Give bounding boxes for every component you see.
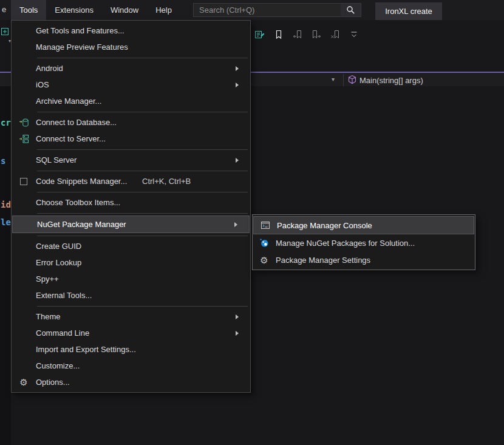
submenu-arrow-icon [236,66,245,71]
code-fragment: le [1,217,11,227]
tools-menu-item-spy[interactable]: Spy++ [12,271,250,287]
member-dropdown[interactable]: Main(string[] args) [343,74,504,86]
menu-bar: e ToolsExtensionsWindowHelp IronXL creat… [0,0,504,20]
tools-menu-item-code-snippets-manager[interactable]: Code Snippets Manager... Ctrl+K, Ctrl+B [12,173,250,189]
nuget-submenu-item-package-manager-console[interactable]: Package Manager Console [253,216,474,234]
new-item-dropdown[interactable]: ▾ [1,27,11,42]
chevron-down-icon: ▾ [332,76,335,83]
code-fragment: cr [1,118,11,127]
tools-menu-item-customize[interactable]: Customize... [12,358,250,374]
search-input[interactable] [194,5,341,15]
previous-bookmark-button[interactable] [291,29,304,41]
menubar-help[interactable]: Help [147,0,180,20]
nuget-submenu-item-package-manager-settings[interactable]: ⚙ Package Manager Settings [253,251,475,268]
code-fragment: id [1,200,11,209]
menu-separator [12,55,250,60]
tools-menu-item-sql-server[interactable]: SQL Server [12,152,250,168]
tools-menu-item-external-tools[interactable]: External Tools... [12,287,250,304]
gear-icon: ⚙ [253,256,276,265]
tools-menu-item-ios[interactable]: iOS [12,76,250,93]
menu-separator [12,211,250,216]
tools-menu-item-get-tools-and-features[interactable]: Get Tools and Features... [12,22,250,39]
nuget-package-manager-submenu: Package Manager Console Manage NuGet Pac… [252,214,475,270]
nuget-submenu-item-manage-nuget-packages-for-solution[interactable]: Manage NuGet Packages for Solution... [253,234,475,251]
toggle-bookmark-button[interactable] [273,29,285,41]
code-snippets-icon [12,177,36,186]
tools-menu-item-theme[interactable]: Theme [12,308,250,325]
menubar-tools[interactable]: Tools [11,0,46,20]
tools-menu-item-create-guid[interactable]: Create GUID [12,238,250,254]
menu-separator [12,168,250,173]
menu-separator [12,189,250,194]
tools-menu-item-connect-to-server[interactable]: Connect to Server... [12,131,250,147]
tools-menu-item-nuget-package-manager[interactable]: NuGet Package Manager [12,216,250,233]
tools-menu: Get Tools and Features... Manage Preview… [11,20,251,393]
ironxl-create-button[interactable]: IronXL create [375,2,442,20]
submenu-arrow-icon [236,83,245,87]
member-label: Main(string[] args) [359,76,423,85]
search-icon[interactable] [341,4,361,16]
submenu-arrow-icon [236,314,245,319]
visual-studio-window: e ToolsExtensionsWindowHelp IronXL creat… [0,0,504,445]
tools-menu-item-manage-preview-features[interactable]: Manage Preview Features [12,39,250,55]
toolbar-overflow-button[interactable] [348,29,360,41]
search-box[interactable] [193,3,361,17]
menu-separator [12,109,250,114]
bookmark-toolbar [254,29,360,41]
connect-server-icon [12,134,36,144]
editor-left-edge [0,86,11,445]
tools-menu-item-options[interactable]: ⚙ Options... [12,374,250,390]
code-fragment: s [1,156,5,166]
console-icon [254,220,277,230]
next-bookmark-button[interactable] [310,29,322,41]
script-tool-button[interactable] [254,29,266,41]
submenu-arrow-icon [236,158,245,163]
clipped-menu-text: e [2,5,6,14]
new-item-icon [1,27,9,38]
gear-icon: ⚙ [12,378,36,387]
menu-separator [12,304,250,308]
tools-menu-item-import-and-export-settings[interactable]: Import and Export Settings... [12,341,250,358]
menubar-window[interactable]: Window [102,0,147,20]
tools-menu-item-command-line[interactable]: Command Line [12,325,250,341]
menubar-extensions[interactable]: Extensions [46,0,102,20]
nuget-icon [253,238,276,248]
tools-menu-item-archive-manager[interactable]: Archive Manager... [12,93,250,109]
submenu-arrow-icon [234,222,243,227]
menu-separator [12,233,250,238]
connect-database-icon [12,118,36,127]
overflow-icon [342,30,366,39]
tools-menu-item-android[interactable]: Android [12,60,250,76]
clear-bookmarks-button[interactable] [329,29,341,41]
method-icon [347,75,357,86]
menu-separator [12,147,250,152]
tools-menu-item-error-lookup[interactable]: Error Lookup [12,254,250,271]
submenu-arrow-icon [236,331,245,336]
tools-menu-item-choose-toolbox-items[interactable]: Choose Toolbox Items... [12,194,250,211]
tools-menu-item-connect-to-database[interactable]: Connect to Database... [12,114,250,131]
